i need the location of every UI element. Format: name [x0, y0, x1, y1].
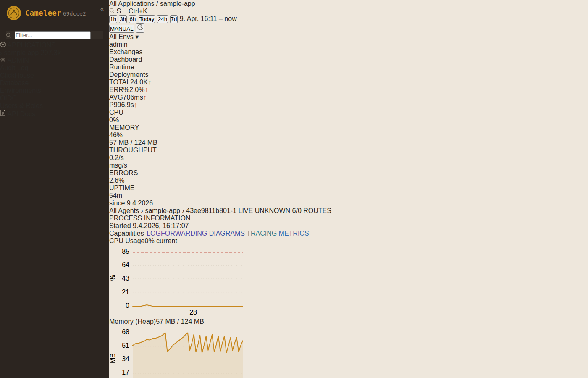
- cpu-usage-panel: CPU Usage0% current 021436485%28: [109, 237, 331, 318]
- link-all-agents[interactable]: All Agents: [109, 207, 139, 214]
- chevron-right-icon[interactable]: ›: [0, 49, 2, 56]
- svg-text:17: 17: [122, 369, 129, 376]
- metric-card-memory: MEMORY 46% 57 MB / 124 MB: [109, 124, 331, 147]
- agent-breadcrumb: All Agents › sample-app › 43ee9811b801-1…: [109, 207, 331, 215]
- process-info-title: PROCESS INFORMATION: [109, 215, 331, 222]
- sidebar-item-clickhouse[interactable]: ClickHouse: [0, 72, 109, 79]
- cpu-value: 0%: [109, 116, 331, 124]
- chart-current-value: 0% current: [144, 237, 177, 244]
- app-count-badge: 207.3k: [41, 49, 61, 56]
- environment-select[interactable]: All Envs ▾: [109, 33, 331, 41]
- main-area: All Applications / sample-app S... Ctrl+…: [109, 0, 331, 378]
- metric-card-errors: ERRORS 2.6%: [109, 169, 331, 184]
- trend-up-icon: ↑: [134, 101, 137, 108]
- document-icon: [0, 110, 6, 116]
- memory-heap-chart: 017345168MB28: [109, 326, 244, 378]
- sidebar-item-environments[interactable]: Environments: [0, 87, 109, 94]
- metric-cards-row: CPU 0% MEMORY 46% 57 MB / 124 MB THROUGH…: [109, 109, 331, 207]
- sidebar-item-oidc[interactable]: OIDC: [0, 94, 109, 102]
- chart-title: Memory (Heap): [109, 318, 156, 325]
- topbar: All Applications / sample-app S... Ctrl+…: [109, 0, 331, 48]
- trend-up-icon: ↑: [148, 79, 151, 86]
- range-start-datetime[interactable]: 9. Apr. 16:11: [180, 15, 217, 22]
- svg-text:34: 34: [122, 355, 129, 362]
- logo-row: Cameleer69dcce2: [0, 0, 109, 27]
- tab-runtime[interactable]: Runtime: [109, 63, 331, 71]
- sidebar-collapse-icon[interactable]: «: [100, 5, 104, 12]
- capabilities-label: Capabilities: [109, 230, 144, 237]
- dark-mode-toggle[interactable]: [136, 23, 144, 33]
- errors-value: 2.6%: [109, 177, 331, 184]
- sidebar-filter[interactable]: [6, 31, 103, 39]
- started-label: Started: [109, 222, 131, 229]
- chart-title: CPU Usage: [109, 237, 144, 244]
- uptime-since: since 9.4.2026: [109, 200, 331, 207]
- applications-section-header: APPLICATIONS: [0, 42, 109, 49]
- sidebar-item-database[interactable]: Database: [0, 79, 109, 87]
- tab-deployments[interactable]: Deployments: [109, 71, 331, 79]
- svg-text:85: 85: [122, 248, 129, 255]
- sidebar-item-api-docs[interactable]: API Docs: [0, 110, 109, 118]
- range-dash: –: [219, 15, 223, 22]
- capability-tracing: TRACING: [247, 230, 277, 237]
- search-placeholder: S...: [116, 8, 126, 15]
- svg-text:0: 0: [126, 302, 129, 309]
- capability-diagrams: DIAGRAMS: [209, 230, 245, 237]
- metric-card-throughput: THROUGHPUT 0.2/s msg/s: [109, 147, 331, 169]
- breadcrumb-current: sample-app: [160, 0, 195, 7]
- current-user[interactable]: admin: [109, 41, 128, 48]
- cameleer-logo-icon: [7, 6, 21, 20]
- process-information-panel: PROCESS INFORMATION Started 9.4.2026, 16…: [109, 215, 331, 237]
- metric-card-uptime: UPTIME 54m since 9.4.2026: [109, 184, 331, 207]
- tab-dashboard[interactable]: Dashboard: [109, 56, 331, 63]
- throughput-value: 0.2/s: [109, 154, 331, 162]
- tabbar: Exchanges Dashboard Runtime Deployments …: [109, 48, 331, 109]
- svg-text:43: 43: [122, 275, 129, 282]
- time-range-6h[interactable]: 6h: [129, 15, 137, 23]
- sidebar-item-users-roles[interactable]: Users & Roles: [0, 102, 109, 110]
- content: CPU 0% MEMORY 46% 57 MB / 124 MB THROUGH…: [109, 109, 331, 378]
- manual-refresh-button[interactable]: MANUAL: [109, 25, 134, 33]
- started-value: 9.4.2026, 16:17:07: [133, 222, 189, 229]
- breadcrumb-all-applications[interactable]: All Applications: [109, 0, 155, 7]
- app-version: 69dcce2: [63, 10, 86, 17]
- capability-metrics: METRICS: [279, 230, 309, 237]
- capabilities: Capabilities LOGFORWARDING DIAGRAMS TRAC…: [109, 230, 331, 237]
- throughput-unit: msg/s: [109, 162, 331, 169]
- svg-text:%: %: [109, 275, 116, 281]
- svg-text:MB: MB: [109, 353, 116, 363]
- breadcrumb-separator: /: [156, 0, 158, 7]
- stat-total: TOTAL24.0K↑: [109, 79, 331, 86]
- memory-value: 46%: [109, 131, 331, 139]
- svg-text:21: 21: [122, 289, 129, 296]
- admin-section-header: ADMIN: [0, 57, 109, 64]
- sidebar-item-sample-app[interactable]: › sample app 207.3k: [0, 49, 109, 57]
- agent-id: 43ee9811b801-1: [186, 207, 236, 214]
- trend-up-icon: ↑: [144, 86, 148, 93]
- search-icon: [6, 32, 11, 38]
- time-range-7d[interactable]: 7d: [170, 15, 178, 23]
- range-end-now[interactable]: now: [224, 15, 236, 22]
- cpu-usage-chart: 021436485%28: [109, 245, 244, 316]
- time-range-24h[interactable]: 24h: [157, 15, 168, 23]
- chevron-right-icon: ›: [182, 207, 184, 214]
- tab-exchanges[interactable]: Exchanges: [109, 48, 331, 56]
- logo-text: Cameleer69dcce2: [25, 9, 86, 17]
- stat-p99: P996.9s↑: [109, 101, 331, 109]
- time-range-today[interactable]: Today: [139, 15, 155, 23]
- sidebar-item-audit-log[interactable]: Audit Log: [0, 64, 109, 72]
- stat-err-percent: ERR%2.0%↑: [109, 86, 331, 94]
- time-range-1h[interactable]: 1h: [109, 15, 117, 23]
- chart-current-value: 57 MB / 124 MB: [156, 318, 204, 325]
- moon-icon: [137, 24, 144, 31]
- charts-row-1: CPU Usage0% current 021436485%28 Memory …: [109, 237, 331, 378]
- time-range-group: 1h 3h 6h Today 24h 7d 9. Apr. 16:11 – no…: [109, 15, 331, 23]
- link-sample-app[interactable]: sample-app: [145, 207, 180, 214]
- svg-text:68: 68: [122, 328, 129, 336]
- time-range-3h[interactable]: 3h: [119, 15, 127, 23]
- metric-card-cpu: CPU 0%: [109, 109, 331, 124]
- global-search[interactable]: S... Ctrl+K: [109, 8, 331, 15]
- trend-up-icon: ↑: [143, 94, 147, 101]
- filter-input[interactable]: [15, 31, 91, 39]
- badge-unknown: UNKNOWN: [255, 207, 290, 214]
